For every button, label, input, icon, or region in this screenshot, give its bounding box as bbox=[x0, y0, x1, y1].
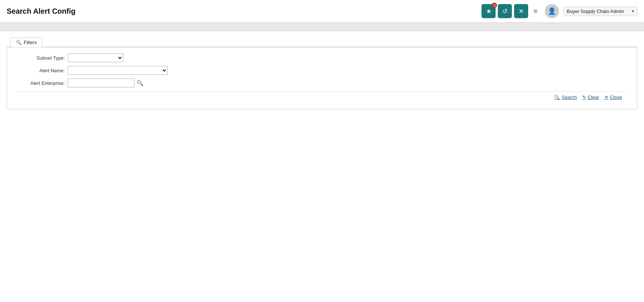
subnet-type-label: Subnet Type: bbox=[16, 55, 68, 61]
close-action-icon: ✕ bbox=[604, 94, 608, 100]
eraser-icon: ✎ bbox=[582, 94, 586, 100]
subnet-type-select[interactable] bbox=[68, 53, 123, 62]
star-icon: ★ bbox=[486, 7, 492, 15]
page-title: Search Alert Config bbox=[7, 7, 482, 16]
alert-name-label: Alert Name: bbox=[16, 68, 68, 73]
alert-name-select[interactable] bbox=[68, 66, 168, 75]
search-action-icon: 🔍 bbox=[554, 94, 560, 100]
alert-name-row: Alert Name: bbox=[16, 66, 628, 75]
actions-row: 🔍 Search ✎ Clear ✕ Close bbox=[16, 91, 628, 102]
user-dropdown[interactable]: Buyer Supply Chain Admin ▾ bbox=[563, 7, 637, 16]
sub-header-bar bbox=[0, 23, 644, 31]
clear-button[interactable]: ✎ Clear bbox=[582, 94, 599, 100]
filters-panel: Subnet Type: Alert Name: Alert Enterpris… bbox=[7, 47, 637, 109]
close-header-button[interactable]: ✕ bbox=[514, 4, 528, 18]
refresh-icon: ↺ bbox=[502, 7, 507, 15]
alert-enterprise-input[interactable] bbox=[68, 79, 134, 87]
search-button[interactable]: 🔍 Search bbox=[554, 94, 577, 100]
filters-body: Subnet Type: Alert Name: Alert Enterpris… bbox=[7, 47, 637, 109]
header-actions: ★ 1 ↺ ✕ ≡ 👤 Buyer Supply Chain Admin ▾ bbox=[482, 4, 637, 18]
close-label: Close bbox=[610, 94, 622, 100]
filters-tab-container: 🔍 Filters bbox=[7, 37, 637, 47]
notification-badge: 1 bbox=[492, 3, 497, 8]
favorite-button[interactable]: ★ 1 bbox=[482, 4, 496, 18]
header: Search Alert Config ★ 1 ↺ ✕ ≡ 👤 Buyer Su… bbox=[0, 0, 644, 23]
hamburger-icon: ≡ bbox=[533, 7, 537, 15]
search-icon: 🔍 bbox=[137, 80, 144, 86]
clear-label: Clear bbox=[588, 94, 599, 100]
main-content: 🔍 Filters Subnet Type: Alert Name: bbox=[0, 31, 644, 115]
avatar: 👤 bbox=[545, 4, 559, 18]
close-button[interactable]: ✕ Close bbox=[604, 94, 622, 100]
search-label: Search bbox=[561, 94, 577, 100]
alert-enterprise-label: Alert Enterprise: bbox=[16, 80, 68, 86]
person-icon: 👤 bbox=[548, 7, 556, 15]
filters-tab: 🔍 Filters bbox=[10, 37, 42, 47]
alert-enterprise-search-button[interactable]: 🔍 bbox=[135, 79, 145, 87]
refresh-button[interactable]: ↺ bbox=[498, 4, 512, 18]
alert-enterprise-row: Alert Enterprise: 🔍 bbox=[16, 79, 628, 87]
user-label: Buyer Supply Chain Admin bbox=[567, 9, 632, 14]
subnet-type-row: Subnet Type: bbox=[16, 53, 628, 62]
search-icon: 🔍 bbox=[16, 40, 22, 45]
chevron-down-icon: ▾ bbox=[632, 9, 634, 14]
filters-tab-label: Filters bbox=[24, 40, 37, 45]
close-icon: ✕ bbox=[519, 7, 524, 15]
menu-button[interactable]: ≡ bbox=[530, 6, 540, 17]
